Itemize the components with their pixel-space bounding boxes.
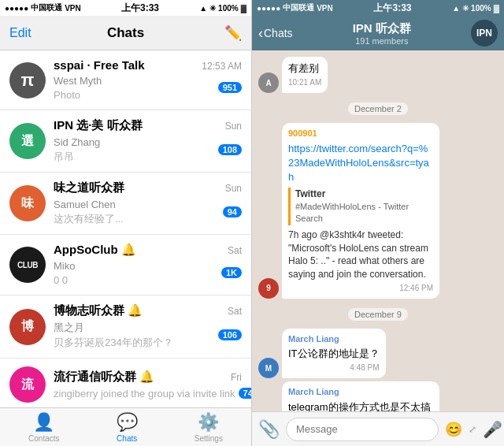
carrier-dots: ●●●●● <box>5 4 28 13</box>
date-label-dec2: December 2 <box>348 102 408 115</box>
avatar-2: 選 <box>9 123 46 159</box>
right-nav-avatar[interactable]: IPN <box>471 20 498 46</box>
msg-row-3: 9 900901 https://twitter.com/search?q=%2… <box>258 123 498 299</box>
right-nav-info[interactable]: IPN 听众群 191 members <box>296 21 468 46</box>
left-nav-bar: Edit Chats ✏️ <box>0 16 251 50</box>
edit-button[interactable]: Edit <box>9 26 32 40</box>
input-bar: 📎 😊 ⤢ 🎤 <box>252 411 504 446</box>
msg-text-3: 7h ago @k3shtk4r tweeted: "Microsoft's H… <box>288 229 433 281</box>
date-divider-dec2: December 2 <box>258 101 498 115</box>
chat-name-6: 流行通信听众群 🔔 <box>54 370 154 385</box>
chat-info-5: 博物志听众群 🔔 Sat 黑之月 贝多芬诞辰234年的那个？ 106 <box>54 303 242 350</box>
link-title-3: Twitter <box>295 188 433 201</box>
msg-avatar-5: M <box>258 358 279 378</box>
new-chat-button[interactable]: ✏️ <box>224 24 242 42</box>
tab-contacts[interactable]: 👤 Contacts <box>28 412 59 443</box>
avatar-3: 味 <box>9 185 46 221</box>
chat-time-6: Fri <box>231 372 242 383</box>
chat-preview-6: zingiberry joined the group via invite l… <box>54 388 235 400</box>
chats-title: Chats <box>107 25 144 41</box>
right-nav: ‹ Chats IPN 听众群 191 members IPN <box>252 16 504 50</box>
chat-preview-1: Photo <box>54 89 80 101</box>
wifi-icon: ▲ <box>199 4 207 13</box>
avatar-1: π <box>9 62 46 98</box>
chat-item-4[interactable]: CLUB AppSoClub 🔔 Sat Miko 0 0 1K <box>0 235 251 295</box>
chat-sender-5: 黑之月 <box>54 321 84 333</box>
msg-link-3[interactable]: https://twitter.com/search?q=%23MadeWith… <box>288 143 429 183</box>
right-wifi-icon: ▲ <box>452 4 460 13</box>
chat-sender-4: Miko <box>54 260 75 272</box>
chat-info-3: 味之道听众群 Sun Samuel Chen 这次有经验了... 94 <box>54 180 242 226</box>
tab-bar: 👤 Contacts 💬 Chats ⚙️ Settings <box>0 407 251 446</box>
badge-5: 106 <box>218 329 242 340</box>
chat-item-1[interactable]: π sspai · Free Talk 12:53 AM West Myth P… <box>0 50 251 110</box>
right-panel: ●●●●● 中国联通 VPN 上午3:33 ▲ ✳ 100% ▓ ‹ Chats… <box>252 0 504 446</box>
chat-time-4: Sat <box>228 245 242 256</box>
back-label: Chats <box>264 27 293 39</box>
chat-name-4: AppSoClub 🔔 <box>54 243 136 257</box>
right-carrier-name: 中国联通 <box>283 2 314 13</box>
right-nav-avatar-text: IPN <box>476 28 492 39</box>
msg-row-1: A 有差别 10:21 AM <box>258 57 498 93</box>
link-desc-3: #MadeWithHoloLens - Twitter Search <box>295 201 433 225</box>
right-time: 上午3:33 <box>373 2 411 15</box>
carrier-name: 中国联通 <box>31 2 62 13</box>
chat-info-2: IPN 选·美 听众群 Sun Sid Zhang 吊吊 108 <box>54 118 242 164</box>
sender-name-3: 900901 <box>288 128 433 139</box>
chat-preview-5: 贝多芬诞辰234年的那个？ <box>54 336 173 348</box>
tab-chats-label: Chats <box>117 434 137 443</box>
msg-text-1: 有差别 <box>288 62 319 74</box>
chat-time-2: Sun <box>225 121 242 132</box>
chat-info-4: AppSoClub 🔔 Sat Miko 0 0 1K <box>54 243 242 287</box>
chat-item-2[interactable]: 選 IPN 选·美 听众群 Sun Sid Zhang 吊吊 108 <box>0 110 251 173</box>
msg-row-6: M March Liang telegram的操作方式也是不太搞得懂，在聊天列表… <box>258 381 498 411</box>
avatar-4: CLUB <box>9 247 46 283</box>
bubble-3: 900901 https://twitter.com/search?q=%23M… <box>282 123 439 299</box>
right-bt-icon: ✳ <box>462 4 469 13</box>
chat-item-3[interactable]: 味 味之道听众群 Sun Samuel Chen 这次有经验了... 94 <box>0 173 251 235</box>
message-input[interactable] <box>286 418 439 441</box>
chat-time-1: 12:53 AM <box>202 61 242 72</box>
right-battery: 100% <box>471 4 491 13</box>
contacts-icon: 👤 <box>33 412 54 433</box>
sender-name-6: March Liang <box>288 386 433 398</box>
right-carrier-dots: ●●●●● <box>257 4 280 13</box>
expand-icon: ⤢ <box>469 424 476 435</box>
chat-item-5[interactable]: 博 博物志听众群 🔔 Sat 黑之月 贝多芬诞辰234年的那个？ 106 <box>0 295 251 359</box>
chat-info-6: 流行通信听众群 🔔 Fri zingiberry joined the grou… <box>54 370 242 400</box>
attach-button[interactable]: 📎 <box>258 419 280 440</box>
sender-name-5: March Liang <box>288 333 380 345</box>
chat-preview-4: 0 0 <box>54 274 68 286</box>
emoji-button[interactable]: 😊 <box>445 421 462 438</box>
date-label-dec9: December 9 <box>348 308 408 321</box>
chat-sender-2: Sid Zhang <box>54 136 100 148</box>
msg-text-5: IT公论群的地址是？ <box>288 348 380 359</box>
badge-3: 94 <box>223 206 242 217</box>
back-chevron-icon: ‹ <box>258 25 263 42</box>
msg-row-5: M March Liang IT公论群的地址是？ 4:48 PM <box>258 329 498 379</box>
badge-4: 1K <box>221 267 242 278</box>
tab-settings[interactable]: ⚙️ Settings <box>195 412 223 443</box>
badge-2: 108 <box>218 144 242 155</box>
back-button[interactable]: ‹ Chats <box>258 25 293 42</box>
left-status-carrier: ●●●●● 中国联通 VPN <box>5 2 81 13</box>
status-time: 上午3:33 <box>121 2 159 15</box>
right-status-icons: ▲ ✳ 100% ▓ <box>452 4 499 13</box>
tab-settings-label: Settings <box>195 434 223 443</box>
mic-button[interactable]: 🎤 <box>483 420 502 439</box>
tab-chats[interactable]: 💬 Chats <box>117 412 138 443</box>
bluetooth-icon: ✳ <box>209 4 216 13</box>
chat-item-6[interactable]: 流 流行通信听众群 🔔 Fri zingiberry joined the gr… <box>0 359 251 407</box>
tab-contacts-label: Contacts <box>28 434 59 443</box>
vpn-label: VPN <box>65 4 81 13</box>
chat-info-1: sspai · Free Talk 12:53 AM West Myth Pho… <box>54 58 242 102</box>
avatar-6: 流 <box>9 366 46 403</box>
chats-icon: 💬 <box>117 412 138 433</box>
msg-time-3: 12:46 PM <box>288 283 433 294</box>
right-status-icons: ▲ ✳ 100% ▓ <box>199 4 246 13</box>
chat-preview-3: 这次有经验了... <box>54 213 124 225</box>
chat-name-1: sspai · Free Talk <box>54 58 145 72</box>
chat-sender-1: West Myth <box>54 75 102 87</box>
right-status-bar: ●●●●● 中国联通 VPN 上午3:33 ▲ ✳ 100% ▓ <box>252 0 504 16</box>
right-nav-title: IPN 听众群 <box>353 21 411 36</box>
